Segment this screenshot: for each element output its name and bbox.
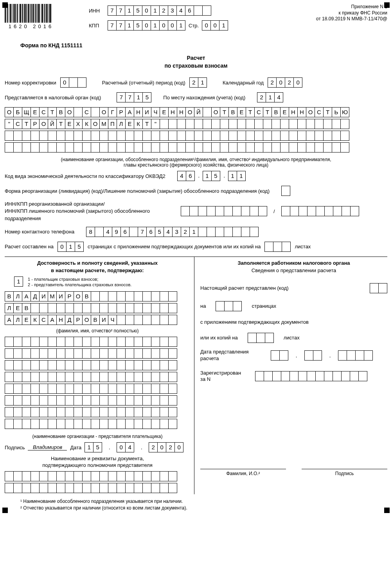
pages-c: листах [295, 244, 311, 249]
pages-b: страницах с приложением подтверждающих д… [88, 244, 261, 249]
tax-org-label: Представляется в налоговый орган (код) [5, 95, 101, 100]
okved-label: Код вида экономической деятельности по к… [5, 173, 165, 179]
corr-label: Номер корректировки [5, 80, 56, 86]
kpp-label: КПП [89, 23, 104, 29]
barcode-text: 1620 2016 [5, 23, 58, 29]
reorg-label: Форма реорганизации (ликвидация) (код)/Л… [5, 188, 270, 194]
period-label: Расчетный (отчетный) период (код) [102, 80, 185, 86]
location-label: По месту нахождения (учета) (код) [163, 95, 245, 100]
barcode: 1620 2016 [5, 4, 58, 29]
inn-label: ИНН [89, 8, 104, 14]
page-label: Стр. [189, 23, 199, 29]
year-label: Календарный год [223, 80, 264, 86]
title: Расчетпо страховым взносам [5, 54, 387, 70]
form-code: Форма по КНД 1151111 [20, 42, 387, 48]
right-column: Заполняется работником налогового органа… [194, 257, 387, 494]
phone-label: Номер контактного телефона [5, 229, 74, 235]
org-note: (наименование организации, обособленного… [5, 157, 387, 168]
annex: Приложение N 1к приказу ФНС Россииот 18.… [316, 4, 387, 22]
innkpp-label: ИНН/КПП реорганизованной организации/ ИН… [5, 201, 173, 222]
pages-a: Расчет составлен на [5, 244, 54, 249]
left-column: Достоверность и полноту сведений, указан… [5, 257, 194, 494]
